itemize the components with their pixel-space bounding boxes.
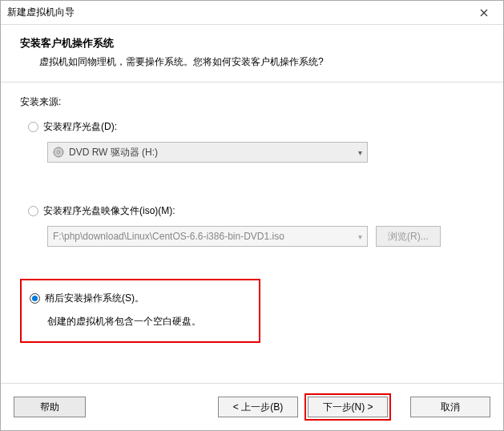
option-later-note: 创建的虚拟机将包含一个空白硬盘。 — [47, 315, 248, 328]
dvd-icon — [53, 147, 64, 158]
option-install-later-highlight: 稍后安装操作系统(S)。 创建的虚拟机将包含一个空白硬盘。 — [20, 279, 260, 343]
titlebar: 新建虚拟机向导 — [1, 1, 503, 25]
close-button[interactable] — [468, 2, 500, 24]
new-vm-wizard-dialog: 新建虚拟机向导 安装客户机操作系统 虚拟机如同物理机，需要操作系统。您将如何安装… — [0, 0, 504, 431]
option-installer-disc: 安装程序光盘(D): DVD RW 驱动器 (H:) ▾ — [28, 120, 484, 163]
next-button[interactable]: 下一步(N) > — [308, 397, 388, 417]
iso-path-value: F:\php\download\Linux\CentOS-6.6-i386-bi… — [53, 231, 284, 242]
option-iso-file: 安装程序光盘映像文件(iso)(M): F:\php\download\Linu… — [28, 204, 484, 247]
next-button-highlight: 下一步(N) > — [304, 393, 391, 421]
header-subtitle: 虚拟机如同物理机，需要操作系统。您将如何安装客户机操作系统? — [39, 55, 484, 69]
browse-button[interactable]: 浏览(R)... — [376, 226, 441, 247]
cancel-button[interactable]: 取消 — [410, 397, 490, 417]
back-button[interactable]: < 上一步(B) — [218, 397, 298, 417]
chevron-down-icon: ▾ — [358, 232, 362, 241]
header-title: 安装客户机操作系统 — [20, 36, 484, 50]
disc-drive-dropdown[interactable]: DVD RW 驱动器 (H:) ▾ — [47, 142, 368, 163]
radio-row-iso[interactable]: 安装程序光盘映像文件(iso)(M): — [28, 204, 484, 218]
radio-icon — [28, 122, 38, 132]
source-label: 安装来源: — [20, 95, 484, 109]
option-later-label: 稍后安装操作系统(S)。 — [45, 292, 144, 305]
radio-icon — [28, 206, 38, 216]
radio-row-disc[interactable]: 安装程序光盘(D): — [28, 120, 484, 134]
wizard-header: 安装客户机操作系统 虚拟机如同物理机，需要操作系统。您将如何安装客户机操作系统? — [1, 25, 503, 83]
option-iso-label: 安装程序光盘映像文件(iso)(M): — [43, 204, 175, 218]
help-button[interactable]: 帮助 — [14, 397, 86, 417]
chevron-down-icon: ▾ — [358, 148, 362, 157]
iso-path-combobox[interactable]: F:\php\download\Linux\CentOS-6.6-i386-bi… — [47, 226, 368, 247]
wizard-content: 安装来源: 安装程序光盘(D): DVD RW 驱动器 (H:) ▾ 安装程序光… — [1, 83, 503, 383]
dialog-title: 新建虚拟机向导 — [7, 6, 468, 19]
option-disc-label: 安装程序光盘(D): — [43, 120, 117, 134]
disc-drive-value: DVD RW 驱动器 (H:) — [69, 146, 158, 159]
radio-icon — [30, 293, 40, 304]
close-icon — [480, 9, 488, 17]
radio-row-later[interactable]: 稍后安装操作系统(S)。 — [30, 292, 248, 305]
svg-point-1 — [58, 151, 60, 154]
wizard-footer: 帮助 < 上一步(B) 下一步(N) > 取消 — [1, 383, 503, 430]
